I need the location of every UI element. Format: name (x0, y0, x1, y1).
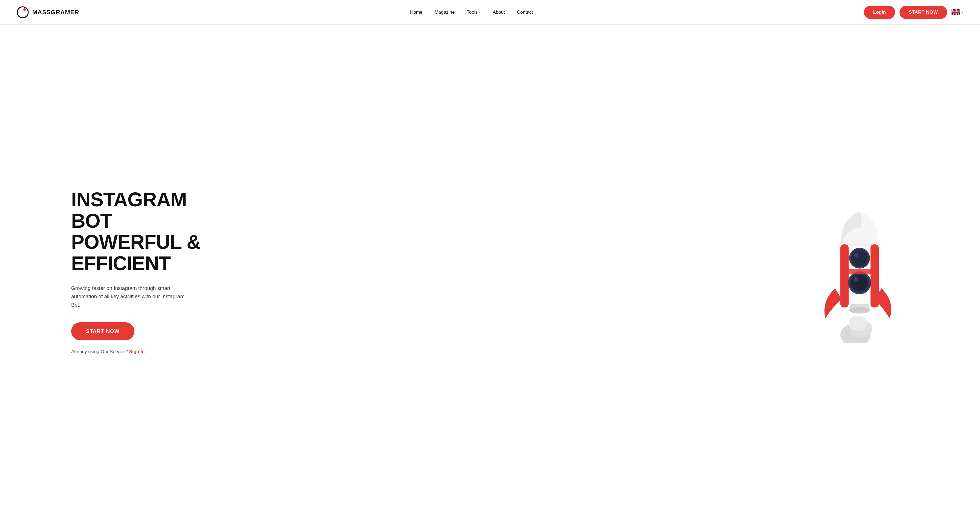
nav-start-now-button[interactable]: START NOW (899, 6, 947, 19)
hero-signin-link[interactable]: Sign In (129, 349, 145, 354)
hero-section: INSTAGRAM BOT POWERFUL & EFFICIENT Growi… (0, 25, 980, 519)
nav-item-tools[interactable]: Tools ▾ (467, 10, 481, 15)
svg-point-13 (854, 253, 859, 257)
chevron-down-icon: ▾ (479, 10, 481, 14)
hero-illustration (794, 195, 925, 348)
svg-point-20 (849, 307, 870, 313)
svg-rect-8 (840, 244, 849, 307)
hero-start-now-button[interactable]: START NOW (71, 322, 134, 340)
svg-point-12 (852, 251, 867, 266)
language-chevron-icon: ▾ (962, 10, 964, 14)
hero-title: INSTAGRAM BOT POWERFUL & EFFICIENT (71, 189, 230, 274)
svg-rect-18 (840, 269, 879, 274)
uk-flag-icon (951, 9, 960, 15)
rocket-container (794, 195, 925, 348)
navbar: MASSGRAMER Home Magazine Tools ▾ About C… (0, 0, 980, 25)
svg-point-0 (17, 7, 28, 18)
logo-text: MASSGRAMER (32, 9, 79, 16)
svg-point-5 (849, 316, 868, 331)
hero-cta-wrap: START NOW (71, 322, 230, 347)
language-selector[interactable]: ▾ (951, 9, 964, 15)
svg-point-16 (851, 275, 868, 291)
nav-item-about[interactable]: About (493, 10, 505, 15)
nav-item-magazine[interactable]: Magazine (434, 10, 455, 15)
hero-content: INSTAGRAM BOT POWERFUL & EFFICIENT Growi… (71, 189, 230, 355)
hero-description: Growing faster on Instagram through smar… (71, 284, 192, 309)
nav-links: Home Magazine Tools ▾ About Contact (410, 10, 533, 15)
svg-point-1 (23, 8, 26, 11)
svg-rect-9 (870, 244, 879, 307)
logo-icon (16, 6, 29, 19)
hero-signin-text: Already using Our Service? Sign In (71, 349, 230, 355)
nav-item-contact[interactable]: Contact (517, 10, 533, 15)
logo[interactable]: MASSGRAMER (16, 6, 79, 19)
svg-point-17 (854, 277, 859, 282)
nav-item-home[interactable]: Home (410, 10, 422, 15)
login-button[interactable]: Login (864, 6, 895, 19)
nav-actions: Login START NOW ▾ (864, 6, 964, 19)
rocket-icon (802, 201, 917, 343)
